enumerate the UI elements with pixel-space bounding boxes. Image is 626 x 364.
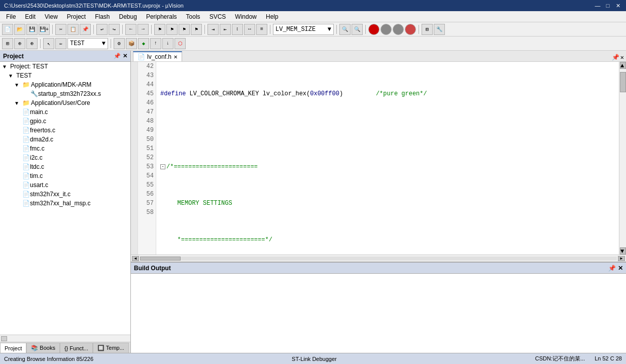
tree-freertos[interactable]: 📄 freertos.c xyxy=(0,126,130,135)
tb-c1[interactable] xyxy=(368,24,379,35)
project-panel-pin[interactable]: 📌 xyxy=(114,53,121,59)
hscroll-right[interactable]: ▶ xyxy=(618,256,625,261)
maximize-button[interactable]: □ xyxy=(604,2,612,10)
hscroll-track[interactable] xyxy=(140,257,617,261)
tb2-green[interactable]: ◆ xyxy=(138,38,149,49)
tb-back[interactable]: ← xyxy=(125,24,136,35)
code-content[interactable]: #define LV_COLOR_CHROMA_KEY lv_color_hex… xyxy=(156,62,619,254)
tree-app-mdk[interactable]: ▼ 📁 Application/MDK-ARM xyxy=(0,80,130,89)
build-pin[interactable]: 📌 xyxy=(608,265,616,272)
tb-c4[interactable] xyxy=(405,24,416,35)
tree-project[interactable]: ▼ Project: TEST xyxy=(0,62,130,71)
editor-tab-lvconf[interactable]: 📄 lv_conf.h ✕ xyxy=(133,51,182,61)
tb2-b1[interactable]: ⊕ xyxy=(14,38,25,49)
tree-app-user[interactable]: ▼ 📁 Application/User/Core xyxy=(0,98,130,107)
menu-svcs[interactable]: SVCS xyxy=(205,12,230,21)
tab-pin[interactable]: 📌 xyxy=(612,54,619,61)
tab-close-all[interactable]: ✕ xyxy=(620,54,624,61)
vscroll-up[interactable]: ▲ xyxy=(620,62,626,69)
vscroll-down[interactable]: ▼ xyxy=(620,247,626,254)
proj-tab-project[interactable]: Project xyxy=(0,343,26,353)
tb2-grid[interactable]: ⊞ xyxy=(2,38,13,49)
tb-b4[interactable]: ⚑ xyxy=(191,24,202,35)
tree-stm32h7hal[interactable]: 📄 stm32h7xx_hal_msp.c xyxy=(0,199,130,208)
menu-window[interactable]: Window xyxy=(231,12,261,21)
tb-b3[interactable]: ⚑ xyxy=(179,24,190,35)
tb2-arrow2[interactable]: ↓ xyxy=(162,38,173,49)
menu-help[interactable]: Help xyxy=(262,12,283,21)
tree-stm32h7it[interactable]: 📄 stm32h7xx_it.c xyxy=(0,190,130,199)
tb-wrench[interactable]: 🔧 xyxy=(434,24,445,35)
tb-indent1[interactable]: ⇥ xyxy=(207,24,219,35)
menu-debug[interactable]: Debug xyxy=(115,12,141,21)
project-hscroll[interactable] xyxy=(0,335,130,342)
menu-file[interactable]: File xyxy=(2,12,20,21)
proj-tab-funct[interactable]: {} Funct... xyxy=(60,343,93,353)
tree-main[interactable]: 📄 main.c xyxy=(0,107,130,117)
tb-indent2[interactable]: ⇤ xyxy=(220,24,231,35)
menu-project[interactable]: Project xyxy=(63,12,90,21)
tb-search2[interactable]: 🔍 xyxy=(352,24,363,35)
tb-paste[interactable]: 📌 xyxy=(80,24,91,35)
tab-close-btn[interactable]: ✕ xyxy=(173,54,178,60)
code-line-43 xyxy=(160,126,615,135)
toolbar-dropdown[interactable]: LV_MEM_SIZE ▼ xyxy=(273,24,334,35)
tb-grid[interactable]: ⊞ xyxy=(422,24,433,35)
tb2-b5[interactable]: 📦 xyxy=(126,38,137,49)
tb-b2[interactable]: ⚑ xyxy=(166,24,178,35)
editor-vscrollbar[interactable]: ▲ ▼ xyxy=(619,62,626,254)
code-editor[interactable]: 42 43 44 45 46 47 48 49 50 51 52 53 xyxy=(131,62,619,254)
vscroll-thumb[interactable] xyxy=(620,72,626,92)
tb2-b4[interactable]: ⚙ xyxy=(114,38,125,49)
minimize-button[interactable]: — xyxy=(594,2,602,10)
tb-c2[interactable] xyxy=(380,24,392,35)
tb-c3[interactable] xyxy=(393,24,404,35)
close-button[interactable]: ✕ xyxy=(614,2,622,10)
tb-sep1 xyxy=(52,25,53,34)
tb-indent5[interactable]: ≡ xyxy=(256,24,267,35)
tb-indent4[interactable]: ↔ xyxy=(244,24,255,35)
tree-test[interactable]: ▼ TEST xyxy=(0,71,130,80)
tb-b1[interactable]: ⚑ xyxy=(154,24,165,35)
menu-peripherals[interactable]: Peripherals xyxy=(142,12,181,21)
tb2-cursor[interactable]: ↖ xyxy=(43,38,54,49)
tb-undo[interactable]: ↩ xyxy=(96,24,108,35)
tb-new[interactable]: 📄 xyxy=(2,24,13,35)
tree-gpio[interactable]: 📄 gpio.c xyxy=(0,117,130,126)
menu-view[interactable]: View xyxy=(41,12,62,21)
hscroll-left[interactable]: ◀ xyxy=(132,256,139,261)
tree-fmc[interactable]: 📄 fmc.c xyxy=(0,144,130,153)
tb-cut[interactable]: ✂ xyxy=(55,24,66,35)
build-content[interactable] xyxy=(131,274,626,353)
proj-tab-temp[interactable]: 🔲 Temp... xyxy=(93,343,129,353)
project-panel-close[interactable]: ✕ xyxy=(123,53,127,59)
tb-search1[interactable]: 🔍 xyxy=(339,24,351,35)
proj-tab-books[interactable]: 📚 Books xyxy=(26,343,60,353)
tb-save[interactable]: 💾 xyxy=(26,24,38,35)
tb-open[interactable]: 📂 xyxy=(14,24,25,35)
tree-tim[interactable]: 📄 tim.c xyxy=(0,171,130,180)
tb-redo[interactable]: ↪ xyxy=(109,24,120,35)
tb2-dropdown[interactable]: TEST ▼ xyxy=(67,38,108,49)
tree-ltdc[interactable]: 📄 ltdc.c xyxy=(0,162,130,171)
build-close[interactable]: ✕ xyxy=(618,265,623,272)
tb-save-all[interactable]: 💾+ xyxy=(39,24,50,35)
menu-flash[interactable]: Flash xyxy=(91,12,114,21)
tb2-arrow1[interactable]: ↑ xyxy=(150,38,161,49)
fold-44[interactable]: - xyxy=(160,164,165,169)
menu-edit[interactable]: Edit xyxy=(21,12,40,21)
menu-tools[interactable]: Tools xyxy=(182,12,204,21)
tb2-red[interactable]: ⬡ xyxy=(175,38,186,49)
tb-indent3[interactable]: ↕ xyxy=(232,24,243,35)
editor-hscroll[interactable]: ◀ ▶ xyxy=(131,254,626,262)
tree-usart[interactable]: 📄 usart.c xyxy=(0,180,130,190)
tb2-b2[interactable]: ⊕ xyxy=(26,38,38,49)
tree-i2c[interactable]: 📄 i2c.c xyxy=(0,153,130,162)
tree-dma2d[interactable]: 📄 dma2d.c xyxy=(0,135,130,144)
tb-fwd[interactable]: → xyxy=(137,24,149,35)
project-scroll-thumb[interactable] xyxy=(1,336,7,341)
hscroll-thumb[interactable] xyxy=(140,257,181,261)
tb-copy[interactable]: 📋 xyxy=(67,24,79,35)
tb2-b3[interactable]: ✏ xyxy=(55,38,66,49)
tree-startup[interactable]: 🔧 startup_stm32h723xx.s xyxy=(0,89,130,98)
